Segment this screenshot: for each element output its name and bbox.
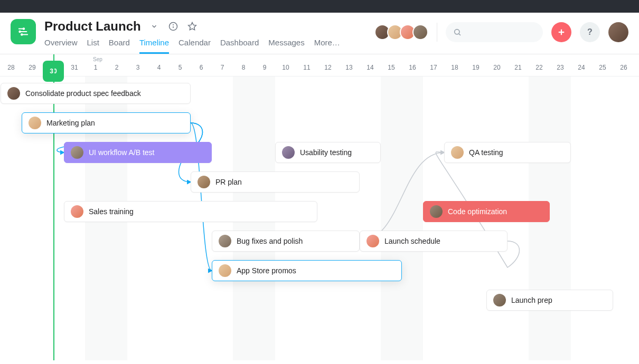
task-label: Sales training — [89, 207, 134, 216]
global-topbar — [0, 0, 639, 13]
date-ruler: 2829303112345678910111213141516171819202… — [0, 54, 639, 76]
day: 20 — [493, 64, 500, 71]
task-label: Consolidate product spec feedback — [25, 89, 141, 98]
day: 25 — [599, 64, 606, 71]
timeline-view: 2829303112345678910111213141516171819202… — [0, 54, 639, 360]
day: 31 — [71, 64, 78, 71]
assignee-avatar — [71, 146, 83, 159]
task-label: Usability testing — [300, 148, 352, 157]
task-pr[interactable]: PR plan — [191, 171, 360, 193]
task-sales[interactable]: Sales training — [64, 201, 317, 222]
day: 28 — [7, 64, 14, 71]
svg-marker-6 — [188, 23, 196, 30]
help-button[interactable]: ? — [580, 22, 600, 42]
task-launchprep[interactable]: Launch prep — [486, 290, 613, 311]
tab-board[interactable]: Board — [109, 38, 130, 54]
task-label: Launch schedule — [384, 237, 440, 245]
tab-dashboard[interactable]: Dashboard — [220, 38, 259, 54]
day: 6 — [200, 64, 203, 71]
day: 17 — [430, 64, 437, 71]
assignee-avatar — [367, 235, 379, 247]
project-info-button[interactable] — [167, 21, 179, 32]
task-usability[interactable]: Usability testing — [275, 142, 381, 163]
svg-point-2 — [21, 34, 23, 35]
task-qa[interactable]: QA testing — [444, 142, 571, 163]
day: 8 — [242, 64, 246, 71]
assignee-avatar — [219, 235, 231, 247]
chevron-down-icon — [151, 23, 158, 30]
assignee-avatar — [430, 205, 443, 218]
assignee-avatar — [7, 87, 20, 100]
divider — [437, 23, 437, 42]
project-title: Product Launch — [44, 19, 141, 34]
tab-timeline[interactable]: Timeline — [139, 38, 169, 54]
task-label: UI workflow A/B test — [89, 148, 154, 157]
task-canvas[interactable]: Consolidate product spec feedbackMarketi… — [0, 76, 639, 360]
month-label: Sep — [93, 56, 102, 62]
task-label: Launch prep — [511, 296, 552, 304]
day: 26 — [620, 64, 627, 71]
roadmap-icon — [17, 26, 29, 37]
assignee-avatar — [451, 146, 464, 159]
view-tabs: Overview List Board Timeline Calendar Da… — [44, 38, 340, 54]
svg-point-5 — [173, 25, 173, 25]
day: 3 — [136, 64, 140, 71]
day: 7 — [221, 64, 224, 71]
day: 2 — [115, 64, 119, 71]
add-button[interactable] — [551, 22, 571, 42]
search-icon — [453, 28, 462, 36]
assignee-avatar — [282, 146, 295, 159]
tab-list[interactable]: List — [87, 38, 99, 54]
day: 10 — [282, 64, 289, 71]
day: 16 — [409, 64, 416, 71]
task-marketing[interactable]: Marketing plan — [22, 112, 191, 133]
day: 21 — [514, 64, 521, 71]
day: 1 — [94, 64, 98, 71]
search-input[interactable] — [446, 22, 543, 42]
day: 22 — [535, 64, 542, 71]
day: 9 — [263, 64, 267, 71]
task-launchsched[interactable]: Launch schedule — [360, 231, 508, 252]
project-dropdown[interactable] — [148, 21, 160, 32]
project-members[interactable] — [378, 24, 428, 40]
tab-calendar[interactable]: Calendar — [178, 38, 211, 54]
info-icon — [168, 22, 178, 31]
task-uiab[interactable]: UI workflow A/B test — [64, 142, 212, 163]
assignee-avatar — [198, 176, 210, 188]
task-bugfixes[interactable]: Bug fixes and polish — [212, 231, 360, 252]
day: 19 — [472, 64, 479, 71]
tab-overview[interactable]: Overview — [44, 38, 78, 54]
assignee-avatar — [219, 264, 231, 277]
day: 5 — [178, 64, 182, 71]
assignee-avatar — [71, 205, 83, 218]
task-label: Bug fixes and polish — [237, 237, 303, 245]
task-label: PR plan — [215, 178, 242, 186]
favorite-button[interactable] — [186, 21, 198, 32]
day: 24 — [578, 64, 585, 71]
star-icon — [187, 22, 197, 31]
tab-messages[interactable]: Messages — [268, 38, 304, 54]
svg-line-8 — [459, 34, 461, 35]
task-label: Marketing plan — [46, 119, 95, 127]
project-icon — [11, 19, 36, 44]
task-appstore[interactable]: App Store promos — [212, 260, 402, 281]
task-consolidate[interactable]: Consolidate product spec feedback — [1, 83, 191, 104]
day: 12 — [324, 64, 331, 71]
plus-icon — [557, 27, 566, 37]
task-label: QA testing — [469, 148, 503, 157]
assignee-avatar — [493, 294, 506, 306]
user-avatar[interactable] — [608, 22, 628, 42]
svg-point-7 — [455, 30, 459, 34]
task-label: App Store promos — [237, 266, 296, 275]
day: 18 — [451, 64, 458, 71]
day: 14 — [367, 64, 373, 71]
task-label: Code optimization — [448, 207, 507, 216]
tab-more[interactable]: More… — [314, 38, 340, 54]
assignee-avatar — [29, 117, 41, 129]
day: 29 — [29, 64, 35, 71]
day: 11 — [303, 64, 310, 71]
task-codeopt[interactable]: Code optimization — [423, 201, 550, 222]
day: 15 — [388, 64, 394, 71]
svg-point-1 — [19, 31, 21, 33]
project-header: Product Launch Overview List Board Timel… — [0, 13, 639, 54]
